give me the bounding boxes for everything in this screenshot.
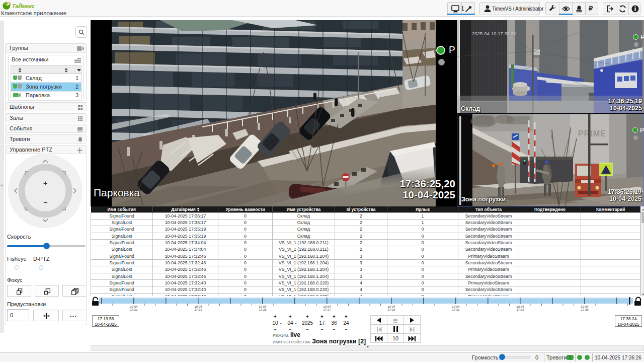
svg-text:2025-04-10 17:36:51: 2025-04-10 17:36:51 [472, 31, 516, 36]
svg-text:+: + [43, 179, 47, 187]
svg-text:PRIME: PRIME [578, 129, 606, 138]
svg-text:−: − [43, 198, 47, 206]
